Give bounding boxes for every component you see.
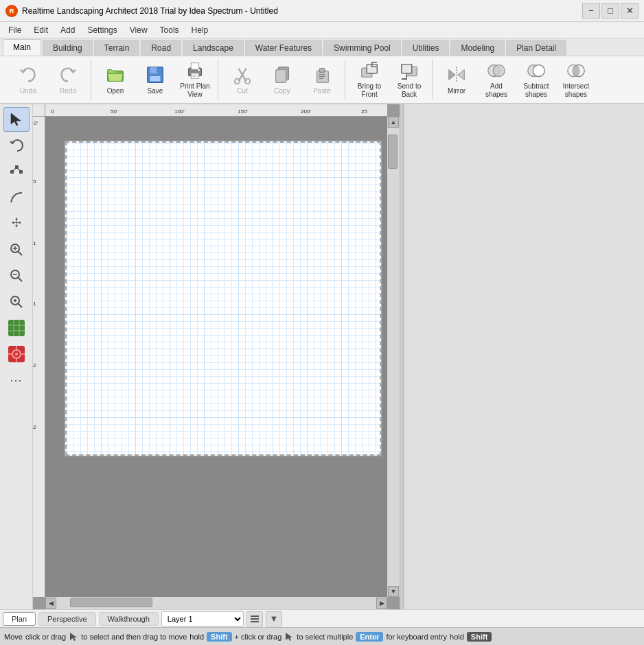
tab-modeling[interactable]: Modeling [450, 40, 505, 56]
grid-paper[interactable] [65, 141, 381, 456]
ruler-corner [33, 104, 45, 117]
copy-button[interactable]: Copy [264, 60, 301, 99]
scroll-down-button[interactable]: ▼ [388, 586, 399, 597]
tab-building[interactable]: Building [43, 40, 93, 56]
app-logo: R [5, 5, 18, 17]
subtract-shapes-icon [525, 60, 547, 81]
grid-canvas[interactable] [65, 141, 382, 456]
ruler-h-tick-250: 25 [361, 108, 367, 115]
tab-utilities[interactable]: Utilities [402, 40, 450, 56]
menu-item-add[interactable]: Add [55, 24, 80, 36]
undo-button[interactable]: Undo [10, 60, 47, 99]
print-plan-view-button[interactable]: Print Plan View [176, 60, 214, 99]
zoom-in-tool[interactable] [3, 237, 30, 262]
layer-dropdown-button[interactable]: ▼ [266, 611, 282, 626]
save-button[interactable]: Save [137, 60, 174, 99]
minimize-button[interactable]: − [582, 3, 600, 19]
add-shapes-button[interactable]: Add shapes [478, 60, 515, 99]
main-content: ··· 0 50' 100' 150' 200' 25 0' 5 1 1 2 2 [0, 104, 644, 609]
menubar: FileEditAddSettingsViewToolsHelp [0, 22, 644, 38]
tab-road[interactable]: Road [141, 40, 181, 56]
paste-icon [311, 64, 333, 86]
canvas-container[interactable]: 0 50' 100' 150' 200' 25 0' 5 1 1 2 2 [33, 104, 400, 609]
horizontal-scrollbar[interactable]: ◀ ▶ [45, 597, 387, 609]
pan-tool[interactable] [3, 211, 30, 236]
toolbar-group-undo-redo: Undo Redo [5, 60, 91, 99]
menu-item-tools[interactable]: Tools [154, 24, 185, 36]
zoom-fit-tool[interactable] [3, 290, 30, 314]
scroll-right-button[interactable]: ▶ [376, 598, 387, 609]
mirror-button[interactable]: Mirror [438, 60, 475, 99]
redo-button[interactable]: Redo [49, 60, 87, 99]
paste-button[interactable]: Paste [303, 60, 341, 99]
menu-item-help[interactable]: Help [186, 24, 214, 36]
tab-landscape[interactable]: Landscape [183, 40, 244, 56]
shift-key-badge: Shift [207, 632, 231, 642]
open-button[interactable]: Open [97, 60, 134, 99]
svg-rect-3 [150, 76, 161, 82]
status-hold: hold [189, 633, 204, 641]
bottom-bar: Plan Perspective Walkthrough Layer 1Laye… [0, 609, 644, 627]
select-tool[interactable] [3, 107, 30, 132]
undo-tool[interactable] [3, 133, 30, 158]
save-icon [144, 64, 166, 86]
bring-to-front-icon [358, 60, 380, 81]
maximize-button[interactable]: □ [601, 3, 619, 19]
svg-line-44 [18, 252, 22, 256]
edit-points-tool[interactable] [3, 159, 30, 184]
svg-rect-18 [319, 69, 325, 73]
snap-tool[interactable] [3, 342, 30, 366]
svg-marker-37 [11, 113, 21, 126]
zoom-out-tool[interactable] [3, 263, 30, 288]
tab-water-features[interactable]: Water Features [245, 40, 322, 56]
titlebar-title: Realtime Landscaping Architect 2018 Tria… [22, 6, 278, 16]
layer-select[interactable]: Layer 1Layer 2Layer 3 [161, 611, 244, 626]
ruler-h-tick-200: 200' [301, 108, 311, 115]
menu-item-view[interactable]: View [124, 24, 153, 36]
tab-walkthrough[interactable]: Walkthrough [99, 612, 159, 626]
menu-item-edit[interactable]: Edit [28, 24, 54, 36]
send-to-back-label: Send to Back [398, 82, 421, 99]
undo-label: Undo [20, 87, 36, 95]
svg-line-51 [18, 304, 22, 308]
intersect-shapes-button[interactable]: Intersect shapes [557, 60, 595, 99]
redo-icon [57, 64, 79, 86]
tab-swimming-pool[interactable]: Swimming Pool [323, 40, 401, 56]
tab-perspective[interactable]: Perspective [38, 612, 95, 626]
cut-icon [231, 64, 253, 86]
toolbar-group-file: Open Save [93, 60, 218, 99]
titlebar-controls: − □ ✕ [582, 3, 639, 19]
layer-settings-button[interactable] [246, 611, 263, 626]
curve-tool[interactable] [3, 185, 30, 210]
toolbar: Undo Redo Open [0, 56, 644, 104]
vertical-scrollbar[interactable]: ▲ ▼ [387, 117, 400, 597]
more-tool[interactable]: ··· [3, 368, 30, 392]
scroll-up-button[interactable]: ▲ [388, 117, 399, 128]
menu-item-file[interactable]: File [3, 24, 27, 36]
scroll-thumb-horizontal[interactable] [70, 598, 152, 607]
vertical-ruler: 0' 5 1 1 2 2 [33, 117, 45, 597]
status-move: Move [4, 633, 23, 641]
tab-main[interactable]: Main [3, 39, 41, 56]
bring-to-front-button[interactable]: Bring to Front [351, 60, 388, 99]
drawing-area[interactable] [45, 117, 387, 597]
scroll-track-vertical[interactable] [387, 128, 400, 586]
tab-terrain[interactable]: Terrain [94, 40, 140, 56]
subtract-shapes-button[interactable]: Subtract shapes [518, 60, 555, 99]
close-button[interactable]: ✕ [621, 3, 639, 19]
svg-line-42 [16, 167, 21, 172]
svg-rect-20 [319, 76, 325, 77]
tab-plan-detail[interactable]: Plan Detail [506, 40, 566, 56]
ruler-h-tick-150: 150' [238, 108, 248, 115]
scroll-track-horizontal[interactable] [56, 597, 376, 609]
send-to-back-button[interactable]: Send to Back [391, 60, 428, 99]
svg-rect-66 [251, 618, 259, 620]
intersect-shapes-icon [565, 60, 587, 81]
menu-item-settings[interactable]: Settings [82, 24, 122, 36]
scroll-thumb-vertical[interactable] [388, 134, 398, 169]
open-label: Open [107, 87, 124, 95]
tab-plan[interactable]: Plan [3, 612, 36, 626]
grid-tool[interactable] [3, 316, 30, 340]
cut-button[interactable]: Cut [224, 60, 261, 99]
scroll-left-button[interactable]: ◀ [45, 598, 56, 609]
